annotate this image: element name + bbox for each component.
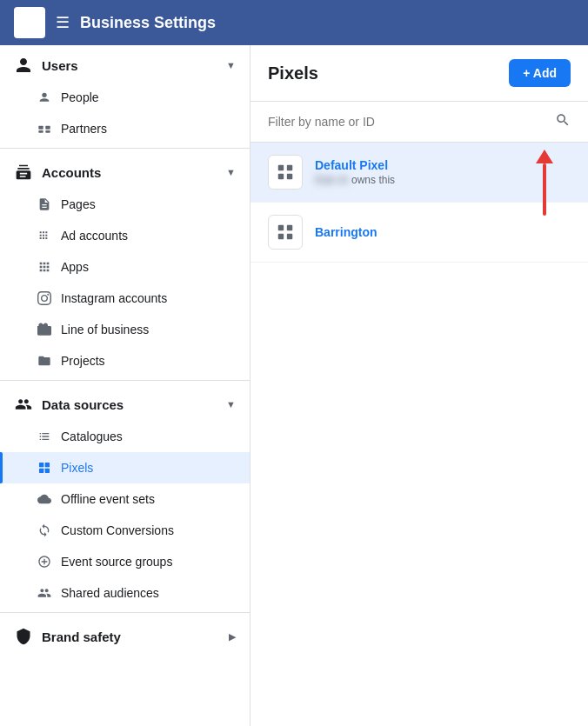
svg-rect-9: [278, 165, 284, 170]
sidebar-item-offline-event-sets[interactable]: Offline event sets: [0, 483, 250, 515]
shared-audiences-icon: [37, 585, 52, 601]
catalogues-label: Catalogues: [61, 430, 123, 443]
svg-rect-4: [45, 130, 50, 133]
sidebar-item-people[interactable]: People: [0, 82, 250, 113]
sidebar-item-shared-audiences[interactable]: Shared audiences: [0, 577, 250, 609]
divider-1: [0, 148, 250, 149]
people-icon: [37, 90, 52, 105]
partners-label: Partners: [61, 122, 107, 136]
pixel-sub-default: Dub-Jn owns this: [315, 174, 571, 186]
instagram-icon: [37, 290, 52, 306]
add-button[interactable]: + Add: [509, 59, 571, 87]
sidebar: Users ▼ People Partners Accounts: [0, 45, 251, 726]
pixel-blurred-text: Dub-Jn: [315, 174, 349, 186]
apps-icon: [37, 259, 52, 275]
event-source-groups-icon: [37, 554, 52, 569]
sidebar-section-accounts[interactable]: Accounts ▼: [0, 152, 250, 189]
pixel-icon-box-barrington: [268, 215, 303, 250]
content-area: Pixels + Add: [251, 45, 588, 726]
pixel-owns-text: owns this: [351, 174, 395, 186]
svg-rect-7: [39, 469, 43, 473]
search-input[interactable]: [268, 115, 548, 129]
accounts-chevron: ▼: [226, 167, 236, 177]
users-section-icon: [14, 56, 33, 75]
sidebar-item-custom-conversions[interactable]: Custom Conversions: [0, 515, 250, 546]
partners-icon: [37, 121, 52, 137]
sidebar-item-event-source-groups[interactable]: Event source groups: [0, 546, 250, 577]
pixel-name-default: Default Pixel: [315, 158, 571, 172]
sidebar-section-users[interactable]: Users ▼: [0, 45, 250, 82]
pixel-item-barrington[interactable]: Barrington: [251, 203, 588, 263]
sidebar-item-pages[interactable]: Pages: [0, 189, 250, 220]
pixels-label: Pixels: [61, 461, 93, 475]
sidebar-item-instagram[interactable]: Instagram accounts: [0, 283, 250, 314]
svg-rect-6: [45, 463, 50, 467]
pixel-info-default: Default Pixel Dub-Jn owns this: [315, 158, 571, 186]
shared-audiences-label: Shared audiences: [61, 586, 159, 600]
sidebar-item-partners[interactable]: Partners: [0, 113, 250, 144]
svg-rect-3: [38, 130, 43, 133]
content-header: Pixels + Add: [251, 45, 588, 102]
sidebar-item-catalogues[interactable]: Catalogues: [0, 421, 250, 452]
brand-safety-section-icon: [14, 627, 33, 646]
sidebar-item-line-of-business[interactable]: Line of business: [0, 314, 250, 345]
pixel-name-barrington: Barrington: [315, 225, 571, 239]
brand-safety-section-title: Brand safety: [42, 629, 121, 644]
header-title: Business Settings: [80, 14, 216, 32]
accounts-section-title: Accounts: [42, 165, 101, 180]
event-source-groups-label: Event source groups: [61, 555, 172, 569]
main-layout: Users ▼ People Partners Accounts: [0, 45, 588, 726]
apps-label: Apps: [61, 260, 89, 274]
sidebar-item-apps[interactable]: Apps: [0, 251, 250, 283]
accounts-section-icon: [14, 163, 33, 182]
ad-accounts-icon: [37, 228, 52, 243]
search-icon: [555, 112, 571, 131]
sidebar-section-brand-safety[interactable]: Brand safety ▶: [0, 616, 250, 653]
users-section-title: Users: [42, 58, 78, 73]
brand-safety-chevron: ▶: [229, 631, 236, 643]
add-button-label: + Add: [523, 66, 557, 80]
offline-event-sets-label: Offline event sets: [61, 492, 155, 506]
svg-rect-14: [287, 225, 292, 230]
sidebar-item-pixels[interactable]: Pixels: [0, 452, 250, 483]
line-of-business-label: Line of business: [61, 323, 149, 336]
catalogues-icon: [37, 429, 52, 444]
users-chevron: ▼: [226, 60, 236, 70]
data-sources-chevron: ▼: [226, 399, 236, 410]
sidebar-item-projects[interactable]: Projects: [0, 345, 250, 376]
pixel-icon: [37, 460, 52, 476]
app-header: ☰ Business Settings: [0, 0, 588, 45]
people-label: People: [61, 90, 99, 104]
svg-rect-13: [278, 225, 284, 230]
data-sources-section-title: Data sources: [42, 397, 124, 412]
svg-rect-11: [278, 174, 284, 179]
divider-3: [0, 612, 250, 613]
projects-icon: [37, 353, 52, 369]
divider-2: [0, 380, 250, 381]
svg-rect-16: [287, 234, 292, 239]
svg-rect-10: [287, 165, 292, 170]
pixel-list: Default Pixel Dub-Jn owns this Barringto…: [251, 143, 588, 726]
svg-rect-12: [287, 174, 292, 179]
svg-rect-1: [38, 126, 43, 130]
custom-conversions-label: Custom Conversions: [61, 523, 174, 537]
svg-point-0: [42, 93, 46, 97]
facebook-logo: [14, 7, 45, 38]
sidebar-item-ad-accounts[interactable]: Ad accounts: [0, 220, 250, 251]
custom-conversions-icon: [37, 523, 52, 538]
menu-icon[interactable]: ☰: [56, 13, 70, 32]
pages-icon: [37, 196, 52, 212]
svg-rect-8: [45, 469, 50, 473]
ad-accounts-label: Ad accounts: [61, 229, 128, 243]
content-wrapper: Default Pixel Dub-Jn owns this Barringto…: [251, 102, 588, 726]
pages-label: Pages: [61, 197, 96, 211]
search-bar: [251, 102, 588, 143]
line-of-business-icon: [37, 322, 52, 337]
projects-label: Projects: [61, 354, 105, 368]
pixel-info-barrington: Barrington: [315, 225, 571, 239]
instagram-label: Instagram accounts: [61, 291, 167, 305]
pixel-item-default[interactable]: Default Pixel Dub-Jn owns this: [251, 143, 588, 203]
sidebar-section-data-sources[interactable]: Data sources ▼: [0, 384, 250, 421]
content-title: Pixels: [268, 63, 318, 83]
svg-rect-2: [45, 126, 50, 130]
